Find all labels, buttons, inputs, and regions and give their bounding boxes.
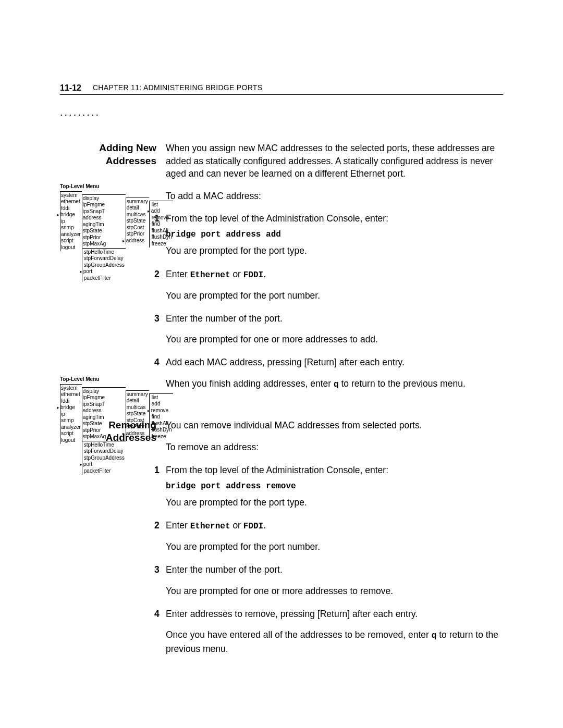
- page-number: 11-12: [60, 83, 81, 93]
- menu-col-4: listaddremovefindflushAllflushDynfreeze: [149, 201, 173, 248]
- menu-title: Top-Level Menu: [60, 376, 154, 383]
- menu-col-3: summarydetailmulticasstpStatestpCoststpP…: [126, 198, 149, 245]
- menu-col-2-bottom: stpHelloTimestpForwardDelaystpGroupAddre…: [82, 441, 126, 475]
- menu-diagram-add: Top-Level Menu systemethernetfddibridgei…: [60, 183, 154, 282]
- menu-col-2-bottom: stpHelloTimestpForwardDelaystpGroupAddre…: [82, 248, 126, 282]
- header-dots: .........: [60, 106, 503, 118]
- step-3: Enter the number of the port. You are pr…: [166, 312, 503, 347]
- intro-para: When you assign new MAC addresses to the…: [166, 142, 503, 180]
- steps-list-remove: From the top level of the Administration…: [166, 463, 503, 656]
- page-header: 11-12 CHAPTER 11: ADMINISTERING BRIDGE P…: [60, 83, 503, 95]
- menu-col-4: listaddremovefindflushAllflushDynfreeze: [149, 393, 173, 441]
- command-text: bridge port address add: [166, 228, 503, 241]
- menu-col-2-top: displayipFragmeipxSnapTaddressagingTimst…: [82, 194, 126, 248]
- intro-para-remove: You can remove individual MAC addresses …: [166, 419, 503, 432]
- step-3: Enter the number of the port. You are pr…: [166, 563, 503, 598]
- steps-list-add: From the top level of the Administration…: [166, 212, 503, 391]
- step-4: Enter addresses to remove, pressing [Ret…: [166, 607, 503, 656]
- chapter-title: CHAPTER 11: ADMINISTERING BRIDGE PORTS: [93, 83, 262, 92]
- step-2: Enter Ethernet or FDDI. You are prompted…: [166, 519, 503, 553]
- menu-col-3: summarydetailmulticasstpStatestpCoststpP…: [126, 390, 149, 438]
- heading-adding: Adding New Addresses: [60, 142, 156, 167]
- menu-title: Top-Level Menu: [60, 183, 154, 190]
- menu-diagram-remove: Top-Level Menu systemethernetfddibridgei…: [60, 376, 154, 475]
- step-4: Add each MAC address, pressing [Return] …: [166, 355, 503, 390]
- menu-col-1: systemethernetfddibridgeipsnmpanalyzersc…: [60, 191, 82, 252]
- page: 11-12 CHAPTER 11: ADMINISTERING BRIDGE P…: [0, 0, 563, 717]
- menu-col-1: systemethernetfddibridgeipsnmpanalyzersc…: [60, 384, 82, 445]
- lead-line-remove: To remove an address:: [166, 441, 503, 454]
- step-1: From the top level of the Administration…: [166, 463, 503, 510]
- step-1: From the top level of the Administration…: [166, 212, 503, 258]
- step-2: Enter Ethernet or FDDI. You are prompted…: [166, 267, 503, 302]
- lead-line: To add a MAC address:: [166, 190, 503, 203]
- command-text: bridge port address remove: [166, 480, 503, 492]
- menu-col-2-top: displayipFragmeipxSnapTaddressagingTimst…: [82, 387, 126, 441]
